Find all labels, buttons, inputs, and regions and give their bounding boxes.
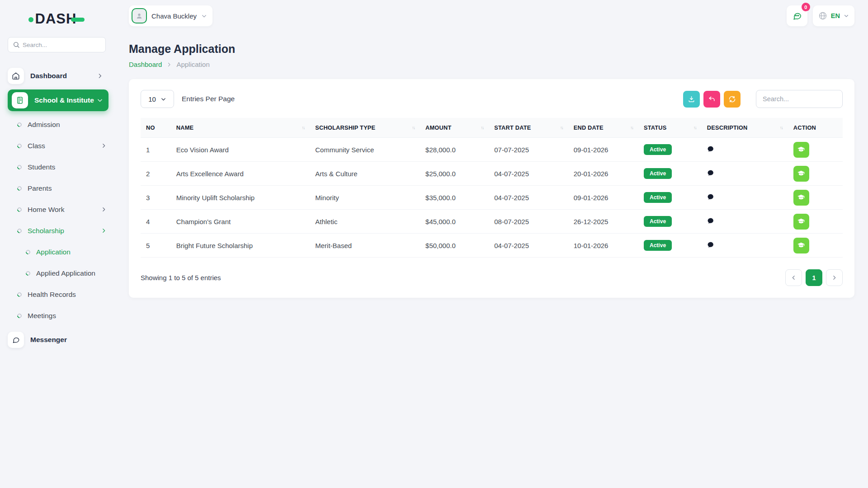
cell-name: Eco Vision Award	[176, 146, 229, 154]
col-scholarship-type[interactable]: SCHOLARSHIP TYPE↑↓	[310, 118, 420, 138]
refresh-icon	[728, 95, 736, 103]
bullet-icon	[25, 249, 31, 255]
pagination-prev-button[interactable]	[785, 269, 802, 286]
row-action-scholarship-button[interactable]	[793, 166, 809, 182]
book-icon	[12, 92, 28, 108]
row-action-scholarship-button[interactable]	[793, 214, 809, 230]
sort-icon[interactable]: ↑↓	[780, 125, 783, 130]
sort-icon[interactable]: ↑↓	[481, 125, 483, 130]
logo-dot-icon	[28, 17, 33, 22]
entries-per-page-select[interactable]: 10	[141, 90, 174, 108]
col-status[interactable]: STATUS↑↓	[638, 118, 702, 138]
col-start-date[interactable]: START DATE↑↓	[489, 118, 568, 138]
bullet-icon	[25, 270, 31, 276]
sidebar-search-input[interactable]	[8, 37, 106, 52]
table-controls: 10 Entries Per Page	[141, 90, 843, 108]
table-row: 2 Arts Excellence Award Arts & Culture $…	[141, 162, 843, 186]
brand-logo[interactable]: DASH	[0, 8, 113, 30]
download-icon	[688, 95, 695, 103]
sidebar-item-parents[interactable]: Parents	[17, 178, 107, 199]
chevron-right-icon	[101, 143, 107, 149]
sidebar-item-school-institute[interactable]: School & Institute	[8, 89, 108, 111]
bullet-icon	[16, 185, 23, 191]
sort-icon[interactable]: ↑↓	[630, 125, 633, 130]
bullet-icon	[16, 291, 23, 297]
col-no: NO	[141, 118, 171, 138]
cell-end-date: 26-12-2025	[574, 218, 609, 225]
sidebar-item-admission[interactable]: Admission	[17, 114, 107, 135]
language-selector[interactable]: EN	[813, 5, 854, 26]
col-name[interactable]: NAME↑↓	[171, 118, 310, 138]
chevron-down-icon	[97, 97, 103, 103]
cell-start-date: 04-07-2025	[494, 194, 529, 202]
col-end-date[interactable]: END DATE↑↓	[568, 118, 638, 138]
cell-scholarship-type: Community Service	[315, 146, 374, 154]
col-description[interactable]: DESCRIPTION↑↓	[702, 118, 788, 138]
person-icon	[135, 12, 143, 20]
col-amount[interactable]: AMOUNT↑↓	[420, 118, 489, 138]
user-name: Chava Buckley	[151, 12, 197, 20]
table-search-input[interactable]	[756, 90, 843, 108]
table-header-row: NO NAME↑↓ SCHOLARSHIP TYPE↑↓ AMOUNT↑↓ ST…	[141, 118, 843, 138]
cell-no: 3	[146, 194, 150, 202]
description-comment-icon[interactable]	[707, 241, 714, 249]
chevron-down-icon	[160, 96, 166, 102]
page-title: Manage Application	[129, 42, 854, 56]
sort-icon[interactable]: ↑↓	[693, 125, 696, 130]
bullet-icon	[16, 164, 23, 170]
refresh-button[interactable]	[724, 91, 741, 108]
sidebar-item-students[interactable]: Students	[17, 156, 107, 178]
logo-dash-icon	[71, 18, 85, 22]
sort-icon[interactable]: ↑↓	[560, 125, 563, 130]
description-comment-icon[interactable]	[707, 193, 714, 201]
description-comment-icon[interactable]	[707, 217, 714, 225]
globe-icon	[818, 11, 827, 20]
breadcrumb-dashboard-link[interactable]: Dashboard	[129, 61, 162, 68]
app-root: DASH Dashboard School & Institute	[0, 0, 868, 488]
export-download-button[interactable]	[683, 91, 700, 108]
sort-icon[interactable]: ↑↓	[302, 125, 304, 130]
pagination-next-button[interactable]	[826, 269, 843, 286]
sidebar-item-application[interactable]: Application	[26, 241, 107, 263]
description-comment-icon[interactable]	[707, 145, 714, 153]
notification-badge: 0	[802, 3, 810, 11]
user-selector[interactable]: Chava Buckley	[129, 5, 212, 26]
cell-name: Arts Excellence Award	[176, 170, 244, 178]
breadcrumb-separator-icon	[166, 62, 172, 67]
sidebar-item-health-records[interactable]: Health Records	[17, 284, 107, 305]
cell-amount: $35,000.0	[425, 194, 456, 202]
bullet-icon	[16, 121, 23, 127]
sidebar-item-dashboard[interactable]: Dashboard	[8, 65, 108, 87]
sidebar-item-class[interactable]: Class	[17, 135, 107, 156]
cell-scholarship-type: Athletic	[315, 218, 337, 225]
graduation-cap-icon	[797, 217, 805, 225]
table-body: 1 Eco Vision Award Community Service $28…	[141, 138, 843, 258]
pagination-page-1-button[interactable]: 1	[806, 269, 822, 286]
row-action-scholarship-button[interactable]	[793, 190, 809, 206]
cell-amount: $50,000.0	[425, 242, 456, 249]
sidebar-item-meetings[interactable]: Meetings	[17, 305, 107, 326]
sidebar-item-scholarship[interactable]: Scholarship	[17, 220, 107, 241]
status-badge: Active	[644, 240, 672, 251]
sidebar-item-messenger[interactable]: Messenger	[8, 329, 108, 351]
sidebar-item-applied-application[interactable]: Applied Application	[26, 263, 107, 284]
sidebar-item-home-work[interactable]: Home Work	[17, 199, 107, 220]
sidebar-item-label: Dashboard	[30, 72, 97, 80]
graduation-cap-icon	[797, 145, 805, 154]
cell-amount: $25,000.0	[425, 170, 456, 178]
table-row: 1 Eco Vision Award Community Service $28…	[141, 138, 843, 162]
undo-button[interactable]	[703, 91, 720, 108]
col-action: ACTION	[788, 118, 843, 138]
row-action-scholarship-button[interactable]	[793, 238, 809, 253]
chevron-down-icon	[844, 13, 849, 19]
cell-start-date: 04-07-2025	[494, 242, 529, 249]
description-comment-icon[interactable]	[707, 169, 714, 177]
row-action-scholarship-button[interactable]	[793, 142, 809, 158]
table-search	[756, 90, 843, 108]
entries-per-page-value: 10	[148, 95, 156, 103]
cell-start-date: 04-07-2025	[494, 170, 529, 178]
bullet-icon	[16, 312, 23, 319]
cell-amount: $45,000.0	[425, 218, 456, 225]
sort-icon[interactable]: ↑↓	[412, 125, 415, 130]
notifications-button[interactable]: 0	[787, 5, 807, 26]
